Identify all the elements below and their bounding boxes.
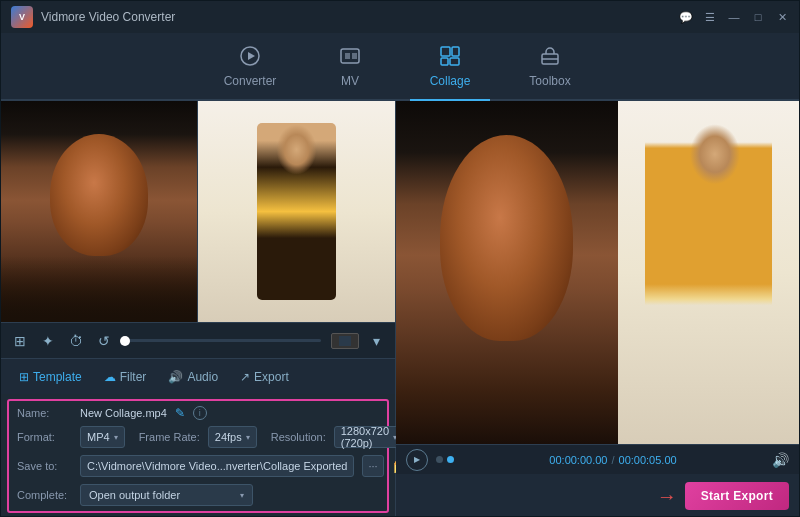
- dot-2: [447, 456, 454, 463]
- layout-icon[interactable]: ⊞: [9, 330, 31, 352]
- complete-dropdown[interactable]: Open output folder ▾: [80, 484, 253, 506]
- tab-toolbox[interactable]: Toolbox: [500, 39, 600, 99]
- right-split-view: [396, 101, 799, 444]
- editor-toolbar: ⊞ Template ☁ Filter 🔊 Audio ↗ Export: [1, 358, 395, 394]
- main-content: ⊞ ✦ ⏱ ↺ ▾ ⊞ Template: [1, 101, 799, 517]
- video-preview-area: [1, 101, 395, 322]
- play-button[interactable]: ▶: [406, 449, 428, 471]
- format-dropdown[interactable]: MP4 ▾: [80, 426, 125, 448]
- info-icon[interactable]: i: [193, 406, 207, 420]
- name-value: New Collage.mp4: [80, 407, 167, 419]
- audio-button[interactable]: 🔊 Audio: [158, 366, 228, 388]
- maximize-button[interactable]: □: [749, 8, 767, 26]
- browse-dots-button[interactable]: ···: [362, 455, 383, 477]
- right-controls-bar: ▶ 00:00:00.00 / 00:00:05.00 🔊: [396, 444, 799, 474]
- tab-toolbox-label: Toolbox: [529, 74, 570, 88]
- time-separator: /: [611, 454, 614, 466]
- edit-icon[interactable]: ✎: [175, 406, 185, 420]
- save-path-value: C:\Vidmore\Vidmore Video...nverter\Colla…: [87, 460, 347, 472]
- svg-rect-3: [345, 53, 350, 59]
- framerate-arrow: ▾: [246, 433, 250, 442]
- complete-label: Complete:: [17, 489, 72, 501]
- audio-label: Audio: [187, 370, 218, 384]
- export-label: Export: [254, 370, 289, 384]
- settings-name-row: Name: New Collage.mp4 ✎ i: [17, 406, 379, 420]
- format-label: Format:: [17, 431, 72, 443]
- filter-button[interactable]: ☁ Filter: [94, 366, 157, 388]
- framerate-dropdown[interactable]: 24fps ▾: [208, 426, 257, 448]
- time-current: 00:00:00.00: [549, 454, 607, 466]
- svg-marker-1: [248, 52, 255, 60]
- svg-rect-4: [352, 53, 357, 59]
- app-window: V Vidmore Video Converter 💬 ☰ — □ ✕ Conv…: [0, 0, 800, 517]
- format-arrow: ▾: [114, 433, 118, 442]
- dance-video-frame: [198, 101, 395, 322]
- progress-thumb: [120, 336, 130, 346]
- settings-complete-row: Complete: Open output folder ▾: [17, 484, 379, 506]
- volume-icon-right[interactable]: 🔊: [772, 452, 789, 468]
- star-icon[interactable]: ✦: [37, 330, 59, 352]
- framerate-value: 24fps: [215, 431, 242, 443]
- dot-1: [436, 456, 443, 463]
- resolution-dropdown[interactable]: 1280x720 (720p) ▾: [334, 426, 404, 448]
- framerate-label: Frame Rate:: [139, 431, 200, 443]
- settings-panel: Name: New Collage.mp4 ✎ i Format: MP4 ▾ …: [7, 399, 389, 513]
- converter-icon: [239, 45, 261, 70]
- close-button[interactable]: ✕: [773, 8, 791, 26]
- right-face-preview: [396, 101, 618, 444]
- tab-collage-label: Collage: [430, 74, 471, 88]
- tab-converter-label: Converter: [224, 74, 277, 88]
- app-logo: V: [11, 6, 33, 28]
- left-panel: ⊞ ✦ ⏱ ↺ ▾ ⊞ Template: [1, 101, 396, 517]
- tab-collage[interactable]: Collage: [400, 39, 500, 99]
- window-controls: 💬 ☰ — □ ✕: [677, 8, 791, 26]
- complete-arrow: ▾: [240, 491, 244, 500]
- clock-icon[interactable]: ⏱: [65, 330, 87, 352]
- progress-track[interactable]: [125, 339, 321, 342]
- tab-mv-label: MV: [341, 74, 359, 88]
- arrow-indicator: →: [657, 485, 677, 508]
- svg-rect-6: [452, 47, 459, 56]
- template-button[interactable]: ⊞ Template: [9, 366, 92, 388]
- chevron-down-icon[interactable]: ▾: [365, 330, 387, 352]
- playback-controls: ▶: [406, 449, 454, 471]
- svg-rect-5: [441, 47, 450, 56]
- save-path-input[interactable]: C:\Vidmore\Vidmore Video...nverter\Colla…: [80, 455, 354, 477]
- right-panel: ▶ 00:00:00.00 / 00:00:05.00 🔊 → Start Ex…: [396, 101, 799, 517]
- video-controls-bar: ⊞ ✦ ⏱ ↺ ▾: [1, 322, 395, 358]
- svg-rect-7: [441, 58, 448, 65]
- settings-saveto-row: Save to: C:\Vidmore\Vidmore Video...nver…: [17, 454, 379, 478]
- export-area: → Start Export: [396, 474, 799, 517]
- app-title: Vidmore Video Converter: [41, 10, 175, 24]
- toolbox-icon: [539, 45, 561, 70]
- audio-icon: 🔊: [168, 370, 183, 384]
- right-dance-preview: [618, 101, 799, 444]
- export-icon: ↗: [240, 370, 250, 384]
- message-button[interactable]: 💬: [677, 8, 695, 26]
- export-button[interactable]: ↗ Export: [230, 366, 299, 388]
- tab-converter[interactable]: Converter: [200, 39, 300, 99]
- start-export-button[interactable]: Start Export: [685, 482, 789, 510]
- filter-label: Filter: [120, 370, 147, 384]
- title-bar: V Vidmore Video Converter 💬 ☰ — □ ✕: [1, 1, 799, 33]
- minimize-button[interactable]: —: [725, 8, 743, 26]
- menu-button[interactable]: ☰: [701, 8, 719, 26]
- video-cell-face: [1, 101, 198, 322]
- dot-indicator: [436, 456, 454, 463]
- time-display-group: 00:00:00.00 / 00:00:05.00: [549, 454, 676, 466]
- resolution-label: Resolution:: [271, 431, 326, 443]
- preview-thumb: [331, 333, 359, 349]
- tab-mv[interactable]: MV: [300, 39, 400, 99]
- format-value: MP4: [87, 431, 110, 443]
- video-cell-dance: [198, 101, 395, 322]
- svg-rect-8: [450, 58, 459, 65]
- collage-icon: [439, 45, 461, 70]
- mv-icon: [339, 45, 361, 70]
- resolution-value: 1280x720 (720p): [341, 425, 389, 449]
- right-video-preview: [396, 101, 799, 444]
- face-video-frame: [1, 101, 197, 322]
- refresh-icon[interactable]: ↺: [93, 330, 115, 352]
- template-icon: ⊞: [19, 370, 29, 384]
- complete-value: Open output folder: [89, 489, 180, 501]
- name-label: Name:: [17, 407, 72, 419]
